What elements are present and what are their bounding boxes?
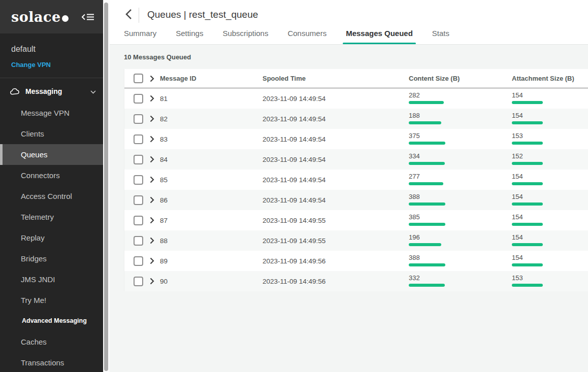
cell-message-id: 82 [160,115,263,123]
sidebar-scrollbar-thumb[interactable] [104,3,108,371]
cell-message-id: 88 [160,237,263,245]
cell-message-id: 84 [160,156,263,163]
cell-message-id: 83 [160,136,263,143]
row-checkbox[interactable] [134,155,143,164]
sidebar-item-telemetry[interactable]: Telemetry [0,207,103,227]
cell-message-id: 81 [160,95,263,103]
content-size-bar [409,263,445,266]
sidebar-item-jms-jndi[interactable]: JMS JNDI [0,269,103,290]
content-size-value: 277 [409,173,512,180]
change-vpn-link[interactable]: Change VPN [11,61,92,69]
row-expand-icon[interactable] [148,216,156,224]
attachment-size-bar [512,243,543,246]
row-expand-icon[interactable] [148,196,156,204]
cell-attachment-size: 154 [512,170,588,185]
sidebar-item-connectors[interactable]: Connectors [0,165,103,186]
attachment-size-bar [512,101,543,104]
sidebar-item-advanced-messaging[interactable]: Advanced Messaging [0,311,103,331]
tab-consumers[interactable]: Consumers [287,29,326,44]
content-size-value: 334 [409,153,512,160]
table-header-row: Message ID Spooled Time Content Size (B)… [124,69,588,88]
messages-queued-panel: 10 Messages Queued Message ID Spooled Ti… [110,45,588,291]
content-size-bar [409,243,441,246]
cell-message-id: 89 [160,257,263,265]
cell-content-size: 277 [409,170,512,185]
cell-content-size: 388 [409,251,512,266]
tab-stats[interactable]: Stats [432,29,449,44]
tab-bar: SummarySettingsSubscriptionsConsumersMes… [124,29,469,44]
collapse-sidebar-icon[interactable] [81,12,95,22]
row-checkbox[interactable] [134,195,143,205]
row-checkbox[interactable] [134,216,143,225]
row-checkbox[interactable] [134,236,143,246]
row-expand-icon[interactable] [148,277,156,285]
row-expand-icon[interactable] [148,236,156,245]
table-row: 86 2023-11-09 14:49:54 388 154 [124,190,588,210]
row-expand-icon[interactable] [148,155,156,163]
row-checkbox[interactable] [134,277,143,286]
cell-content-size: 388 [409,190,512,206]
sidebar-item-bridges[interactable]: Bridges [0,248,103,269]
tab-subscriptions[interactable]: Subscriptions [222,29,268,44]
content-size-bar [409,121,441,124]
tab-messages-queued[interactable]: Messages Queued [346,29,413,44]
row-checkbox[interactable] [134,134,143,144]
attachment-size-bar [512,121,543,124]
attachment-size-value: 153 [512,132,588,140]
main-panel: Queues | rest_test_queue SummarySettings… [110,0,588,372]
app-window: solace default Change VPN [0,0,588,372]
solace-logo: solace [11,9,69,25]
table-row: 90 2023-11-09 14:49:56 332 153 [124,271,588,291]
sidebar-item-replay[interactable]: Replay [0,227,103,248]
tab-settings[interactable]: Settings [176,29,203,44]
messages-count-label: 10 Messages Queued [124,53,588,61]
sidebar-item-caches[interactable]: Caches [0,331,103,352]
sidebar-section-messaging[interactable]: Messaging [0,80,103,103]
expand-all-icon[interactable] [148,75,156,83]
row-expand-icon[interactable] [148,135,156,143]
row-expand-icon[interactable] [148,115,156,123]
row-expand-icon[interactable] [148,94,156,103]
table-body: 81 2023-11-09 14:49:54 282 154 82 2023-1… [124,88,588,291]
content-size-bar [409,101,444,104]
row-checkbox[interactable] [134,114,143,124]
content-size-value: 332 [409,275,512,282]
attachment-size-bar [512,162,543,165]
attachment-size-value: 152 [512,153,588,160]
sidebar-item-clients[interactable]: Clients [0,123,103,144]
cell-attachment-size: 154 [512,190,588,206]
cell-spooled-time: 2023-11-09 14:49:54 [263,136,409,143]
chevron-down-icon [90,87,96,96]
sidebar-item-try-me[interactable]: Try Me! [0,290,103,311]
sidebar-scrollbar-track[interactable] [103,0,110,372]
cell-spooled-time: 2023-11-09 14:49:56 [263,257,409,265]
content-size-value: 385 [409,214,512,221]
row-checkbox[interactable] [134,256,143,266]
select-all-checkbox[interactable] [134,74,143,83]
attachment-size-bar [512,182,543,185]
row-expand-icon[interactable] [148,176,156,184]
table-row: 89 2023-11-09 14:49:56 388 154 [124,251,588,271]
cell-attachment-size: 154 [512,88,588,104]
sidebar-item-transactions[interactable]: Transactions [0,352,103,372]
table-row: 83 2023-11-09 14:49:54 375 153 [124,129,588,149]
back-button[interactable] [122,8,135,21]
row-checkbox[interactable] [134,94,143,104]
sidebar-section-label: Messaging [25,87,90,95]
sidebar-item-message-vpn[interactable]: Message VPN [0,103,103,123]
cell-spooled-time: 2023-11-09 14:49:56 [263,278,409,285]
tab-summary[interactable]: Summary [124,29,156,44]
cell-content-size: 375 [409,129,512,145]
content-size-bar [409,202,445,206]
attachment-size-value: 154 [512,193,588,200]
cell-attachment-size: 154 [512,109,588,124]
sidebar-item-queues[interactable]: Queues [0,144,103,165]
row-expand-icon[interactable] [148,257,156,265]
content-size-value: 196 [409,234,512,241]
sidebar-item-access-control[interactable]: Access Control [0,186,103,207]
cell-content-size: 196 [409,230,512,246]
attachment-size-value: 154 [512,234,588,241]
attachment-size-value: 154 [512,214,588,221]
cell-content-size: 385 [409,210,512,226]
row-checkbox[interactable] [134,175,143,185]
